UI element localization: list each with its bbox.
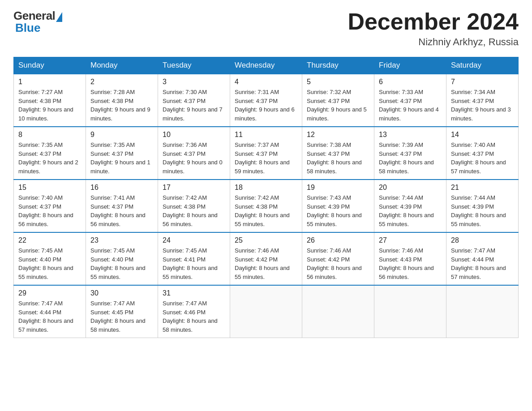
table-row: 4 Sunrise: 7:31 AM Sunset: 4:37 PM Dayli… [230,74,302,127]
day-number: 6 [379,78,442,86]
table-row: 2 Sunrise: 7:28 AM Sunset: 4:38 PM Dayli… [86,74,158,127]
table-row [446,285,519,338]
table-row: 1 Sunrise: 7:27 AM Sunset: 4:38 PM Dayli… [14,74,86,127]
day-number: 23 [90,236,153,244]
table-row: 21 Sunrise: 7:44 AM Sunset: 4:39 PM Dayl… [446,180,519,232]
table-row: 26 Sunrise: 7:46 AM Sunset: 4:42 PM Dayl… [302,232,374,285]
table-row: 9 Sunrise: 7:35 AM Sunset: 4:37 PM Dayli… [86,127,158,180]
day-info: Sunrise: 7:35 AM Sunset: 4:37 PM Dayligh… [90,141,153,176]
calendar-header-row: Sunday Monday Tuesday Wednesday Thursday… [14,57,519,74]
logo: General Blue [13,9,62,35]
table-row [374,285,446,338]
header-friday: Friday [374,57,446,74]
header-thursday: Thursday [302,57,374,74]
header-saturday: Saturday [446,57,519,74]
day-info: Sunrise: 7:28 AM Sunset: 4:38 PM Dayligh… [90,88,153,123]
logo-blue-text: Blue [15,21,40,35]
day-number: 13 [379,131,442,139]
day-number: 31 [163,289,225,297]
header-sunday: Sunday [14,57,86,74]
day-number: 10 [163,131,225,139]
day-info: Sunrise: 7:41 AM Sunset: 4:37 PM Dayligh… [90,193,153,228]
day-info: Sunrise: 7:33 AM Sunset: 4:37 PM Dayligh… [379,88,442,123]
calendar-table: Sunday Monday Tuesday Wednesday Thursday… [13,57,519,338]
day-number: 7 [451,78,514,86]
day-info: Sunrise: 7:45 AM Sunset: 4:41 PM Dayligh… [163,246,225,281]
day-number: 9 [90,131,153,139]
day-info: Sunrise: 7:44 AM Sunset: 4:39 PM Dayligh… [451,193,514,228]
day-info: Sunrise: 7:34 AM Sunset: 4:37 PM Dayligh… [451,88,514,123]
table-row: 25 Sunrise: 7:46 AM Sunset: 4:42 PM Dayl… [230,232,302,285]
day-number: 4 [235,78,297,86]
table-row: 20 Sunrise: 7:44 AM Sunset: 4:39 PM Dayl… [374,180,446,232]
day-number: 11 [235,131,297,139]
calendar-week-row: 22 Sunrise: 7:45 AM Sunset: 4:40 PM Dayl… [14,232,519,285]
day-number: 15 [18,184,81,192]
day-info: Sunrise: 7:45 AM Sunset: 4:40 PM Dayligh… [18,246,81,281]
table-row: 14 Sunrise: 7:40 AM Sunset: 4:37 PM Dayl… [446,127,519,180]
day-number: 25 [235,236,297,244]
table-row: 10 Sunrise: 7:36 AM Sunset: 4:37 PM Dayl… [158,127,230,180]
table-row: 3 Sunrise: 7:30 AM Sunset: 4:37 PM Dayli… [158,74,230,127]
page-header: General Blue December 2024 Nizhniy Arkhy… [13,9,519,48]
header-tuesday: Tuesday [158,57,230,74]
table-row: 8 Sunrise: 7:35 AM Sunset: 4:37 PM Dayli… [14,127,86,180]
day-number: 17 [163,184,225,192]
calendar-week-row: 1 Sunrise: 7:27 AM Sunset: 4:38 PM Dayli… [14,74,519,127]
day-info: Sunrise: 7:46 AM Sunset: 4:42 PM Dayligh… [307,246,369,281]
day-info: Sunrise: 7:42 AM Sunset: 4:38 PM Dayligh… [235,193,297,228]
day-info: Sunrise: 7:47 AM Sunset: 4:46 PM Dayligh… [163,299,225,334]
day-info: Sunrise: 7:46 AM Sunset: 4:42 PM Dayligh… [235,246,297,281]
day-info: Sunrise: 7:47 AM Sunset: 4:44 PM Dayligh… [451,246,514,281]
table-row: 5 Sunrise: 7:32 AM Sunset: 4:37 PM Dayli… [302,74,374,127]
day-number: 3 [163,78,225,86]
table-row [230,285,302,338]
table-row: 22 Sunrise: 7:45 AM Sunset: 4:40 PM Dayl… [14,232,86,285]
table-row: 23 Sunrise: 7:45 AM Sunset: 4:40 PM Dayl… [86,232,158,285]
day-number: 26 [307,236,369,244]
table-row: 18 Sunrise: 7:42 AM Sunset: 4:38 PM Dayl… [230,180,302,232]
day-number: 22 [18,236,81,244]
table-row: 6 Sunrise: 7:33 AM Sunset: 4:37 PM Dayli… [374,74,446,127]
month-title: December 2024 [348,9,519,34]
table-row: 31 Sunrise: 7:47 AM Sunset: 4:46 PM Dayl… [158,285,230,338]
day-number: 20 [379,184,442,192]
table-row: 27 Sunrise: 7:46 AM Sunset: 4:43 PM Dayl… [374,232,446,285]
day-info: Sunrise: 7:39 AM Sunset: 4:37 PM Dayligh… [379,141,442,176]
day-info: Sunrise: 7:45 AM Sunset: 4:40 PM Dayligh… [90,246,153,281]
day-number: 12 [307,131,369,139]
title-section: December 2024 Nizhniy Arkhyz, Russia [348,9,519,48]
day-info: Sunrise: 7:31 AM Sunset: 4:37 PM Dayligh… [235,88,297,123]
table-row: 16 Sunrise: 7:41 AM Sunset: 4:37 PM Dayl… [86,180,158,232]
day-info: Sunrise: 7:36 AM Sunset: 4:37 PM Dayligh… [163,141,225,176]
table-row: 19 Sunrise: 7:43 AM Sunset: 4:39 PM Dayl… [302,180,374,232]
day-number: 18 [235,184,297,192]
table-row: 24 Sunrise: 7:45 AM Sunset: 4:41 PM Dayl… [158,232,230,285]
day-number: 16 [90,184,153,192]
calendar-week-row: 8 Sunrise: 7:35 AM Sunset: 4:37 PM Dayli… [14,127,519,180]
day-number: 1 [18,78,81,86]
table-row: 13 Sunrise: 7:39 AM Sunset: 4:37 PM Dayl… [374,127,446,180]
day-info: Sunrise: 7:42 AM Sunset: 4:38 PM Dayligh… [163,193,225,228]
table-row: 12 Sunrise: 7:38 AM Sunset: 4:37 PM Dayl… [302,127,374,180]
day-number: 27 [379,236,442,244]
day-number: 30 [90,289,153,297]
day-number: 5 [307,78,369,86]
day-number: 29 [18,289,81,297]
table-row [302,285,374,338]
table-row: 15 Sunrise: 7:40 AM Sunset: 4:37 PM Dayl… [14,180,86,232]
day-info: Sunrise: 7:40 AM Sunset: 4:37 PM Dayligh… [451,141,514,176]
day-number: 8 [18,131,81,139]
day-number: 14 [451,131,514,139]
table-row: 28 Sunrise: 7:47 AM Sunset: 4:44 PM Dayl… [446,232,519,285]
day-number: 19 [307,184,369,192]
location-text: Nizhniy Arkhyz, Russia [348,36,519,48]
day-number: 2 [90,78,153,86]
day-info: Sunrise: 7:30 AM Sunset: 4:37 PM Dayligh… [163,88,225,123]
table-row: 30 Sunrise: 7:47 AM Sunset: 4:45 PM Dayl… [86,285,158,338]
header-wednesday: Wednesday [230,57,302,74]
table-row: 11 Sunrise: 7:37 AM Sunset: 4:37 PM Dayl… [230,127,302,180]
table-row: 7 Sunrise: 7:34 AM Sunset: 4:37 PM Dayli… [446,74,519,127]
day-info: Sunrise: 7:35 AM Sunset: 4:37 PM Dayligh… [18,141,81,176]
calendar-week-row: 29 Sunrise: 7:47 AM Sunset: 4:44 PM Dayl… [14,285,519,338]
